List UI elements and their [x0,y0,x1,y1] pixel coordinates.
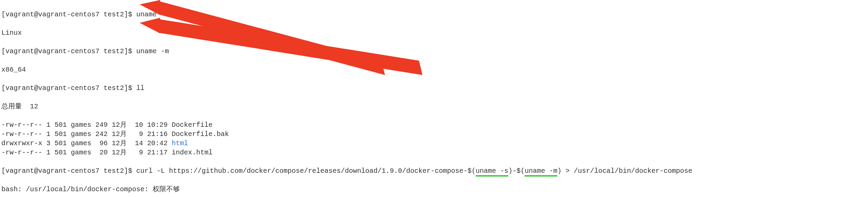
command-text: )-$( [508,167,525,175]
shell-prompt: [vagrant@vagrant-centos7 test2]$ [1,84,136,92]
prompt-line[interactable]: [vagrant@vagrant-centos7 test2]$ uname -… [1,10,867,19]
file-name: html [172,139,188,147]
shell-prompt: [vagrant@vagrant-centos7 test2]$ [1,11,136,18]
output-line: 总用量 12 [1,102,867,111]
command-text: ll [136,84,144,92]
output-line: x86_64 [1,65,867,74]
file-list-row: drwxrwxr-x 3 501 games 96 12月 14 20:42 h… [1,139,867,148]
uname-s-token: uname -s [476,167,508,177]
file-name: Dockerfile.bak [172,130,229,138]
prompt-line[interactable]: [vagrant@vagrant-centos7 test2]$ uname -… [1,47,867,56]
file-list-row: -rw-r--r-- 1 501 games 249 12月 10 10:29 … [1,120,867,130]
shell-prompt: [vagrant@vagrant-centos7 test2]$ [1,167,136,175]
output-line: Linux [1,28,867,37]
output-line: bash: /usr/local/bin/docker-compose: 权限不… [1,185,867,194]
command-text: uname -m [136,47,169,55]
uname-m-token: uname -m [525,167,557,177]
terminal-output: [vagrant@vagrant-centos7 test2]$ uname -… [0,0,868,197]
shell-prompt: [vagrant@vagrant-centos7 test2]$ [1,47,136,55]
prompt-line[interactable]: [vagrant@vagrant-centos7 test2]$ curl -L… [1,166,867,176]
prompt-line[interactable]: [vagrant@vagrant-centos7 test2]$ ll [1,84,867,93]
file-name: Dockerfile [172,121,213,129]
file-name: index.html [172,149,213,156]
command-text: uname -s [136,11,169,18]
file-list-row: -rw-r--r-- 1 501 games 242 12月 9 21:16 D… [1,130,867,139]
command-text: ) > /usr/local/bin/docker-compose [557,167,692,175]
command-text: curl -L https://github.com/docker/compos… [136,167,476,175]
file-list-row: -rw-r--r-- 1 501 games 20 12月 9 21:17 in… [1,148,867,157]
